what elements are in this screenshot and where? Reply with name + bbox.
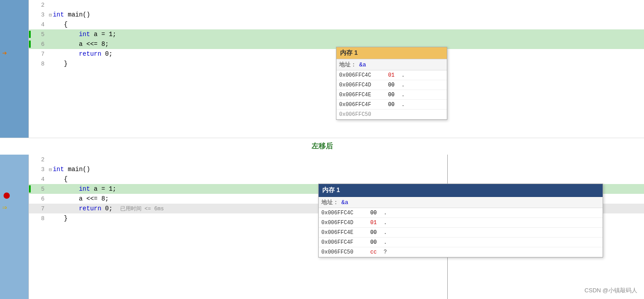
memory-row-b-0: 0x006FFC4C 00 . [319,208,603,218]
mem-dot-t0: . [401,72,405,78]
line-num-2: 2 [31,2,45,8]
memory-title-bottom: 内存 1 [319,184,603,197]
mem-val-b0: 00 [370,210,384,216]
b-green-bar-5 [29,185,31,193]
code-line-5: 5 int a = 1; [29,29,644,39]
b-line-content-7: return 0; 已用时间 <= 6ms [49,205,164,213]
b-line-content-6: a <<= 8; [49,195,109,202]
memory-row-b-2: 0x006FFC4E 00 . [319,228,603,238]
mem-val-t0: 01 [388,72,401,78]
mem-addr-b0: 0x006FFC4C [321,210,370,216]
mem-dot-t2: . [401,92,405,98]
current-line-arrow-bottom: ⇒ [2,202,7,212]
b-line-num-2: 2 [31,156,45,163]
b-kw-int-5: int [79,185,90,193]
kw-return-7: return [79,50,101,57]
line-num-6: 6 [31,41,45,48]
b-line-num-8: 8 [31,215,45,222]
top-gutter: ➔ [0,0,29,138]
green-bar-5 [29,31,31,38]
mem-val-t2: 00 [388,92,401,98]
section-divider-title: 左移后 [0,138,644,155]
b-brace-close: } [64,215,68,222]
mem-dot-b2: . [384,229,387,236]
mem-dot-b3: . [384,239,387,246]
b-line-content-4: { [49,176,68,183]
line-content-6: a <<= 8; [49,41,109,48]
mem-addr-b2: 0x006FFC4E [321,229,370,236]
func-name-top: main() [68,11,90,18]
csdn-watermark: CSDN @小镇敲码人 [584,287,637,295]
code-line-3: 3 ⊟ int main() [29,10,644,20]
stmt-5: a = 1; [94,31,116,38]
line-num-7: 7 [31,51,45,57]
collapse-3[interactable]: ⊟ [49,12,52,18]
kw-int-5: int [79,31,90,38]
memory-addr-label-top: 地址： [339,61,356,69]
memory-row-top-2: 0x006FFC4E 00 . [336,90,447,100]
current-line-arrow: ➔ [2,48,7,58]
mem-val-b3: 00 [370,239,384,246]
line-num-3: 3 [31,12,45,18]
exec-time-label: 已用时间 <= 6ms [120,205,164,213]
top-section: ➔ 2 3 ⊟ int main() 4 { [0,0,644,138]
b-stmt-5: a = 1; [94,185,116,193]
kw-int-top: int [53,11,64,18]
bottom-code-area: 2 3 ⊟ int main() 4 { 5 [29,155,644,299]
mem-val-t3: 00 [388,102,401,108]
b-kw-int: int [53,166,64,173]
breakpoint-indicator [4,193,10,199]
brace-close-top: } [64,60,68,67]
stmt-6-top: a <<= 8; [79,41,109,48]
line-content-3: ⊟ int main() [49,11,90,18]
memory-row-b-1: 0x006FFC4D 01 . [319,218,603,228]
mem-addr-t2: 0x006FFC4E [339,92,388,98]
mem-addr-t1: 0x006FFC4D [339,82,388,88]
b-brace-open: { [64,176,68,183]
line-num-8: 8 [31,61,45,67]
b-line-content-5: int a = 1; [49,185,116,193]
memory-addr-value-bottom: &a [341,199,348,206]
b-line-num-4: 4 [31,176,45,183]
b-code-line-3: 3 ⊟ int main() [29,164,644,174]
memory-row-top-0: 0x006FFC4C 01 . [336,70,447,80]
b-func-name: main() [68,166,90,173]
b-kw-return: return [79,205,101,212]
b-collapse-3[interactable]: ⊟ [49,167,52,172]
memory-row-top-1: 0x006FFC4D 00 . [336,80,447,90]
stmt-7-top: 0; [105,50,113,57]
memory-addr-value-top: &a [359,61,366,68]
line-num-5: 5 [31,31,45,38]
mem-dot-b0: . [384,210,387,216]
memory-addr-label-bottom: 地址： [321,198,339,206]
b-line-content-3: ⊟ int main() [49,166,90,173]
memory-addr-row-top: 地址： &a [336,59,447,70]
b-line-num-7: 7 [31,205,45,212]
mem-addr-t4: 0x006FFC50 [339,111,388,118]
mem-val-b1: 01 [370,220,384,226]
line-num-4: 4 [31,21,45,28]
mem-addr-b4: 0x006FFC50 [321,249,370,255]
line-content-8: } [49,60,68,67]
b-line-num-3: 3 [31,166,45,173]
memory-row-b-3: 0x006FFC4F 00 . [319,238,603,247]
b-code-line-2: 2 [29,155,644,164]
mem-dot-b1: . [384,220,387,226]
mem-addr-t3: 0x006FFC4F [339,102,388,108]
memory-row-top-4: 0x006FFC50 [336,110,447,119]
mem-dot-t3: . [401,102,405,108]
green-bar-6 [29,41,31,48]
b-line-content-8: } [49,215,68,222]
main-container: ➔ 2 3 ⊟ int main() 4 { [0,0,644,299]
line-content-5: int a = 1; [49,31,116,38]
memory-row-b-4: 0x006FFC50 cc ? [319,247,603,257]
mem-val-b4: cc [370,249,384,255]
mem-val-b2: 00 [370,229,384,236]
top-gutter-bg: ➔ [0,0,28,138]
bottom-section: ⇒ 2 3 ⊟ int main() 4 { [0,155,644,299]
mem-dot-b4: ? [384,249,387,255]
memory-title-top: 内存 1 [336,47,447,59]
line-content-7: return 0; [49,50,113,57]
top-code-area: 2 3 ⊟ int main() 4 { 5 [29,0,644,138]
code-line-4: 4 { [29,20,644,29]
